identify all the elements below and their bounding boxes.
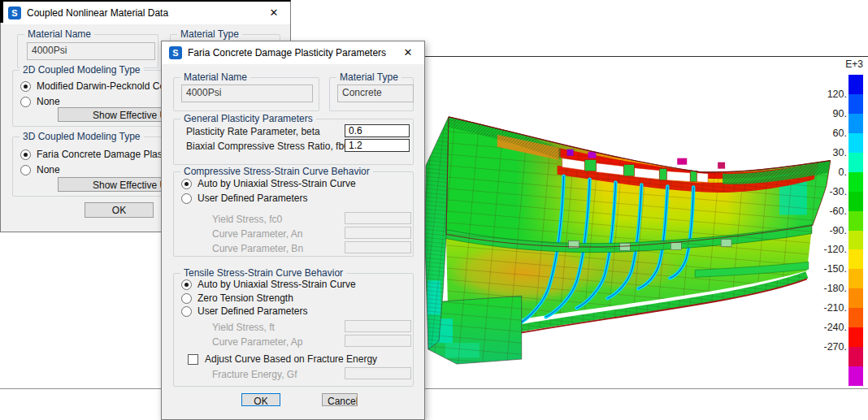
contour-cell-magenta xyxy=(588,152,597,158)
fb0fc0-input[interactable]: 1.2 xyxy=(345,139,410,152)
radio-dot xyxy=(181,293,192,304)
radio-dot xyxy=(20,81,31,92)
radio-tensile-user-defined[interactable]: User Defined Parameters xyxy=(181,305,307,317)
legend-color-segment xyxy=(848,211,863,231)
an-label: Curve Parameter, An xyxy=(212,228,302,240)
legend-color-segment xyxy=(848,231,863,250)
legend-tick-label: -90. xyxy=(829,225,847,236)
legend-tick-label: 30. xyxy=(833,147,847,158)
legend-tick-label: 90. xyxy=(833,108,847,119)
fc0-input xyxy=(345,212,411,224)
legend-color-segment xyxy=(848,308,863,327)
dialog2-ok-button[interactable]: OK xyxy=(241,393,280,406)
legend-tick-label: 120. xyxy=(827,89,847,100)
ap-input xyxy=(345,335,411,347)
radio-dot xyxy=(20,97,31,107)
ap-label: Curve Parameter, Ap xyxy=(212,336,302,348)
material-type-label: Material Type xyxy=(177,28,242,40)
legend-tick-label: -150. xyxy=(824,263,848,275)
beta-input[interactable]: 0.6 xyxy=(345,124,410,137)
radio-zero-tension-strength[interactable]: Zero Tension Strength xyxy=(181,292,293,304)
dialog1-ok-button[interactable]: OK xyxy=(85,202,154,218)
legend-color-segment xyxy=(848,192,863,211)
bn-label: Curve Parameter, Bn xyxy=(212,243,303,254)
gf-input xyxy=(345,367,411,379)
model-bottom-left-block xyxy=(428,296,522,364)
radio-tensile-auto[interactable]: Auto by Uniaxial Stress-Strain Curve xyxy=(181,279,356,290)
legend-color-segment xyxy=(848,366,863,386)
legend-color-segment xyxy=(848,172,863,192)
legend-labels: 120.90.60.30.0.-30.-60.-90.-120.-150.-18… xyxy=(814,75,847,386)
legend-tick-label: -240. xyxy=(824,322,848,333)
dialog2-cancel-button[interactable]: Cancel xyxy=(322,393,358,406)
radio-dot xyxy=(181,306,192,317)
legend-color-segment xyxy=(848,94,863,114)
legend-bar xyxy=(848,75,863,386)
legend-tick-label: -180. xyxy=(824,283,848,294)
material-type-label: Material Type xyxy=(336,71,401,83)
legend-tick-label: 0. xyxy=(839,167,847,178)
legend-color-segment xyxy=(848,327,863,347)
adjust-curve-fracture-energy-checkbox[interactable]: Adjust Curve Based on Fracture Energy xyxy=(188,353,377,365)
radio-compressive-auto[interactable]: Auto by Uniaxial Stress-Strain Curve xyxy=(181,178,356,189)
ft-label: Yield Stress, ft xyxy=(212,322,275,333)
legend-color-segment xyxy=(848,347,863,366)
tensile-label: Tensile Stress-Strain Curve Behavior xyxy=(180,267,346,279)
ft-input xyxy=(345,320,411,332)
gf-label: Fracture Energy, Gf xyxy=(212,369,297,380)
dialog1-titlebar[interactable]: S Coupled Nonlinear Material Data ✕ xyxy=(1,2,290,24)
material-name-field: 4000Psi xyxy=(181,84,313,102)
radio-dot xyxy=(181,279,192,290)
radio-dot xyxy=(20,165,31,175)
fc0-label: Yield Stress, fc0 xyxy=(212,214,282,225)
legend-color-segment xyxy=(848,288,863,308)
legend-color-segment xyxy=(848,249,863,269)
legend-tick-label: -210. xyxy=(824,302,848,314)
app-logo-icon: S xyxy=(169,46,182,59)
checkbox-box xyxy=(188,354,198,365)
legend-color-segment xyxy=(848,75,863,94)
radio-3d-none[interactable]: None xyxy=(20,164,60,175)
material-name-label: Material Name xyxy=(180,71,250,83)
fb0fc0-label: Biaxial Compressive Stress Ratio, fb0/fc… xyxy=(186,141,365,152)
legend-tick-label: -60. xyxy=(829,206,847,217)
legend-tick-label: -270. xyxy=(824,341,848,353)
an-input xyxy=(345,227,411,239)
legend-tick-label: -30. xyxy=(829,186,847,197)
radio-dot xyxy=(181,193,192,204)
modeling-2d-label: 2D Coupled Modeling Type xyxy=(20,64,144,76)
legend-color-segment xyxy=(848,269,863,288)
radio-dot xyxy=(20,149,31,160)
legend-color-segment xyxy=(848,114,863,133)
close-icon[interactable]: ✕ xyxy=(401,45,415,60)
legend-tick-label: -120. xyxy=(824,244,848,255)
dialog-faria-concrete-damage-plasticity: S Faria Concrete Damage Plasticity Param… xyxy=(161,41,425,420)
radio-2d-none[interactable]: None xyxy=(20,96,60,107)
beta-label: Plasticity Rate Parameter, beta xyxy=(186,126,320,137)
contour-cell-magenta xyxy=(677,158,687,165)
material-type-field: Concrete xyxy=(337,84,414,102)
dialog2-title: Faria Concrete Damage Plasticity Paramet… xyxy=(188,47,386,58)
general-plasticity-label: General Plasticity Parameters xyxy=(180,113,316,124)
legend-color-segment xyxy=(848,133,863,153)
contour-cell-pink xyxy=(718,162,725,169)
app-window-border-fragment xyxy=(0,0,3,23)
contour-cell-purple xyxy=(567,149,574,156)
radio-dot xyxy=(181,179,192,189)
legend-tick-label: 60. xyxy=(833,128,847,139)
app-logo-icon: S xyxy=(8,6,21,19)
close-icon[interactable]: ✕ xyxy=(267,6,281,20)
radio-compressive-user-defined[interactable]: User Defined Parameters xyxy=(181,193,307,204)
legend-color-segment xyxy=(848,153,863,172)
dialog1-title: Coupled Nonlinear Material Data xyxy=(27,7,168,19)
modeling-3d-label: 3D Coupled Modeling Type xyxy=(20,131,144,142)
dialog2-titlebar[interactable]: S Faria Concrete Damage Plasticity Param… xyxy=(162,41,424,64)
compressive-label: Compressive Stress-Strain Curve Behavior xyxy=(180,166,373,177)
legend-unit-label: E+3 xyxy=(845,58,863,70)
material-name-label: Material Name xyxy=(24,28,94,40)
material-name-field: 4000Psi xyxy=(27,42,155,60)
bn-input xyxy=(345,241,411,253)
radio-faria-concrete-damage-plasticity[interactable]: Faria Concrete Damage Plasticity xyxy=(20,149,182,160)
